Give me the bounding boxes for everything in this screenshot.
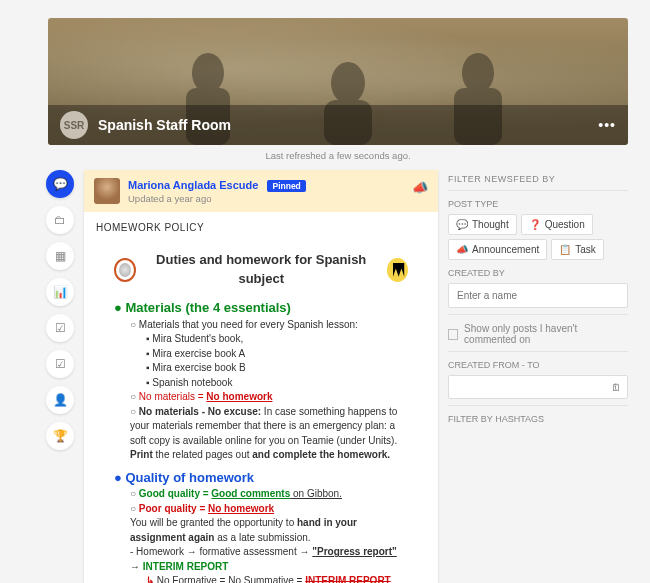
updated-time: Updated a year ago	[128, 193, 306, 204]
show-only-row[interactable]: Show only posts I haven't commented on	[448, 323, 628, 345]
section-materials: Materials (the 4 essentials)	[114, 299, 408, 318]
cover-banner: SSR Spanish Staff Room •••	[48, 18, 628, 145]
rail-check1[interactable]: ☑	[46, 314, 74, 342]
doc-title: Duties and homework for Spanish subject	[146, 251, 377, 289]
show-only-label: Show only posts I haven't commented on	[464, 323, 628, 345]
post-type-label: POST TYPE	[448, 199, 628, 209]
thought-icon: 💬	[456, 219, 468, 230]
svg-point-1	[192, 53, 224, 93]
divider	[448, 405, 628, 406]
hashtags-label: FILTER BY HASHTAGS	[448, 414, 628, 424]
task-icon: 📋	[559, 244, 571, 255]
svg-point-3	[331, 62, 365, 104]
rail-chart[interactable]: 📊	[46, 278, 74, 306]
rail-grid[interactable]: ▦	[46, 242, 74, 270]
section-quality: Quality of homework	[114, 469, 408, 488]
good-quality: Good quality = Good comments on Gibbon.	[130, 487, 408, 502]
filter-sidebar: FILTER NEWSFEED BY POST TYPE 💬Thought ❓Q…	[448, 170, 628, 429]
megaphone-icon: 📣	[412, 180, 428, 195]
feed: Mariona Anglada Escude Pinned Updated a …	[84, 170, 438, 583]
filter-heading: FILTER NEWSFEED BY	[448, 174, 628, 184]
created-by-label: CREATED BY	[448, 268, 628, 278]
post: Mariona Anglada Escude Pinned Updated a …	[84, 170, 438, 583]
rail-folder[interactable]: 🗀	[46, 206, 74, 234]
question-icon: ❓	[529, 219, 541, 230]
divider	[448, 190, 628, 191]
cover-bar: SSR Spanish Staff Room •••	[48, 105, 628, 145]
divider	[448, 314, 628, 315]
date-range-input[interactable]: 🗓	[448, 375, 628, 399]
created-by-input[interactable]	[448, 283, 628, 308]
rail-user[interactable]: 👤	[46, 386, 74, 414]
print-line: Print the related pages out and complete…	[130, 448, 408, 463]
chip-task[interactable]: 📋Task	[551, 239, 604, 260]
no-excuse: No materials - No excuse: In case someth…	[130, 405, 408, 449]
divider	[448, 351, 628, 352]
author-link[interactable]: Mariona Anglada Escude	[128, 179, 258, 191]
announcement-icon: 📣	[456, 244, 468, 255]
room-avatar: SSR	[60, 111, 88, 139]
flow-2: No Formative = No Summative = INTERIM RE…	[146, 574, 408, 583]
last-refreshed: Last refreshed a few seconds ago.	[48, 150, 628, 161]
more-button[interactable]: •••	[598, 117, 616, 133]
flow-1: Homework → formative assessment → "Progr…	[130, 545, 408, 574]
left-rail: 💬 🗀 ▦ 📊 ☑ ☑ 👤 🏆	[46, 170, 76, 458]
created-range-label: CREATED FROM - TO	[448, 360, 628, 370]
rail-chat[interactable]: 💬	[46, 170, 74, 198]
mat-item-3: Spanish notebook	[146, 376, 408, 391]
chip-announcement[interactable]: 📣Announcement	[448, 239, 547, 260]
rail-trophy[interactable]: 🏆	[46, 422, 74, 450]
chip-question[interactable]: ❓Question	[521, 214, 593, 235]
crest-left-icon	[114, 258, 136, 282]
pinned-badge: Pinned	[267, 180, 305, 192]
author-avatar[interactable]	[94, 178, 120, 204]
granted-line: You will be granted the opportunity to h…	[130, 516, 408, 545]
mat-item-0: Mira Student's book,	[146, 332, 408, 347]
calendar-icon: 🗓	[611, 382, 621, 393]
svg-point-5	[462, 53, 494, 93]
post-header: Mariona Anglada Escude Pinned Updated a …	[84, 170, 438, 212]
poor-quality: Poor quality = No homework	[130, 502, 408, 517]
mat-item-1: Mira exercise book A	[146, 347, 408, 362]
rail-check2[interactable]: ☑	[46, 350, 74, 378]
chip-thought[interactable]: 💬Thought	[448, 214, 517, 235]
crest-right-icon	[387, 258, 408, 282]
materials-lead: Materials that you need for every Spanis…	[130, 318, 408, 333]
room-title: Spanish Staff Room	[98, 117, 598, 133]
no-materials: No materials = No homework	[130, 390, 408, 405]
mat-item-2: Mira exercise book B	[146, 361, 408, 376]
checkbox-icon[interactable]	[448, 329, 458, 340]
document-body: Duties and homework for Spanish subject …	[84, 241, 438, 583]
post-title: HOMEWORK POLICY	[84, 212, 438, 241]
